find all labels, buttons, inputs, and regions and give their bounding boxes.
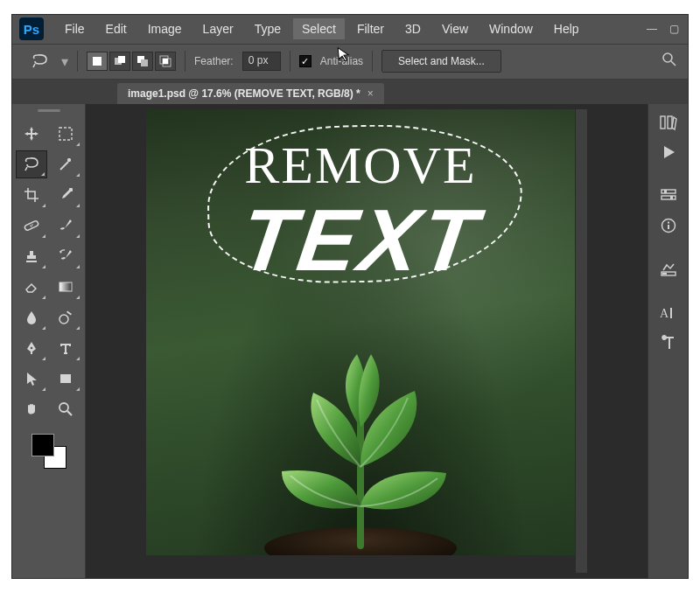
svg-rect-39	[670, 308, 672, 318]
panel-icon-actions[interactable]	[654, 139, 683, 165]
zoom-tool[interactable]	[50, 395, 81, 423]
selection-subtract-button[interactable]	[132, 52, 153, 71]
svg-rect-10	[60, 128, 72, 140]
panel-icon-info[interactable]	[654, 212, 683, 239]
rectangle-tool[interactable]	[50, 365, 81, 393]
color-swatches[interactable]	[30, 432, 68, 470]
selection-new-button[interactable]	[87, 52, 108, 71]
menu-help[interactable]: Help	[545, 18, 588, 39]
svg-rect-19	[66, 310, 72, 315]
menu-type[interactable]: Type	[246, 18, 290, 39]
svg-rect-37	[662, 273, 667, 275]
svg-rect-29	[662, 190, 676, 193]
pen-tool[interactable]	[16, 334, 47, 362]
svg-point-23	[60, 403, 68, 412]
menu-3d[interactable]: 3D	[396, 18, 430, 39]
svg-point-20	[31, 346, 33, 349]
svg-rect-0	[93, 57, 102, 66]
eraser-tool[interactable]	[16, 273, 47, 301]
eyedropper-tool[interactable]	[50, 181, 81, 209]
document-canvas[interactable]: REMOVE TEXT	[146, 109, 575, 555]
menu-window[interactable]: Window	[480, 18, 542, 39]
svg-point-14	[32, 224, 33, 226]
document-tab-title: image1.psd @ 17.6% (REMOVE TEXT, RGB/8) …	[128, 87, 360, 100]
clone-stamp-tool[interactable]	[16, 242, 47, 270]
selection-add-button[interactable]	[109, 52, 130, 71]
foreground-swatch[interactable]	[32, 434, 54, 456]
blur-tool[interactable]	[16, 303, 47, 331]
brush-tool[interactable]	[50, 212, 81, 240]
select-and-mask-button[interactable]: Select and Mask...	[382, 50, 501, 73]
healing-brush-tool[interactable]	[16, 212, 47, 240]
svg-point-8	[663, 53, 672, 62]
panel-icon-character[interactable]: A	[654, 300, 683, 326]
search-icon[interactable]	[662, 52, 677, 71]
svg-rect-7	[163, 59, 168, 64]
photoshop-window: Ps File Edit Image Layer Type Select Fil…	[11, 14, 689, 579]
svg-rect-26	[661, 116, 665, 129]
menu-view[interactable]: View	[433, 18, 477, 39]
svg-rect-22	[60, 374, 71, 383]
menu-filter[interactable]: Filter	[348, 18, 393, 39]
document-tab-bar: image1.psd @ 17.6% (REMOVE TEXT, RGB/8) …	[12, 80, 688, 104]
selection-mode-group	[87, 52, 176, 71]
feather-label: Feather:	[194, 55, 234, 67]
panel-icon-paragraph[interactable]	[654, 330, 683, 356]
app-logo-icon: Ps	[19, 17, 44, 40]
lasso-tool[interactable]	[16, 150, 47, 178]
marquee-tool[interactable]	[50, 120, 81, 148]
selection-intersect-button[interactable]	[155, 52, 176, 71]
panel-icon-properties[interactable]	[654, 183, 683, 209]
vertical-scrollbar[interactable]	[575, 109, 587, 573]
canvas-area: REMOVE TEXT	[86, 104, 648, 578]
svg-rect-34	[668, 225, 669, 229]
anti-alias-checkbox[interactable]: ✓	[299, 55, 312, 67]
hand-tool[interactable]	[16, 395, 47, 423]
menu-file[interactable]: File	[56, 18, 94, 39]
window-controls: — ▢	[641, 20, 688, 38]
svg-rect-11	[69, 188, 73, 192]
canvas-text-line1: REMOVE	[146, 136, 575, 196]
menu-select[interactable]: Select	[293, 18, 345, 39]
menu-layer[interactable]: Layer	[194, 18, 242, 39]
svg-rect-2	[118, 56, 125, 63]
feather-input[interactable]: 0 px	[242, 52, 281, 71]
svg-rect-32	[670, 196, 673, 199]
move-tool[interactable]	[16, 120, 47, 148]
cursor-icon	[337, 45, 353, 65]
svg-line-24	[67, 411, 72, 415]
svg-rect-4	[141, 59, 148, 66]
active-tool-preset-icon[interactable]	[28, 51, 52, 72]
path-select-tool[interactable]	[16, 365, 47, 393]
svg-rect-17	[60, 282, 72, 291]
menu-image[interactable]: Image	[139, 18, 191, 39]
svg-text:A: A	[660, 307, 669, 320]
svg-rect-35	[668, 221, 669, 223]
panel-grip-icon[interactable]	[27, 109, 71, 116]
right-panel-strip: A	[648, 104, 688, 578]
panel-icon-history[interactable]	[654, 109, 683, 136]
svg-marker-28	[664, 146, 675, 158]
svg-rect-30	[662, 196, 676, 199]
svg-point-15	[31, 226, 32, 227]
type-tool[interactable]	[50, 334, 81, 362]
maximize-button[interactable]: ▢	[663, 20, 684, 38]
close-tab-icon[interactable]: ×	[368, 87, 374, 100]
canvas-text-line2: TEXT	[146, 190, 575, 290]
history-brush-tool[interactable]	[50, 242, 81, 270]
document-tab[interactable]: image1.psd @ 17.6% (REMOVE TEXT, RGB/8) …	[117, 83, 384, 104]
menu-bar: Ps File Edit Image Layer Type Select Fil…	[12, 15, 688, 45]
svg-rect-31	[664, 190, 667, 193]
svg-point-18	[60, 315, 68, 324]
minimize-button[interactable]: —	[641, 20, 662, 38]
menu-edit[interactable]: Edit	[97, 18, 136, 39]
magic-wand-tool[interactable]	[50, 150, 81, 178]
dodge-tool[interactable]	[50, 303, 81, 331]
svg-rect-21	[31, 352, 32, 354]
svg-rect-27	[668, 116, 672, 129]
plant-image	[229, 296, 492, 555]
svg-rect-12	[24, 219, 38, 230]
panel-icon-adjustments[interactable]	[654, 256, 683, 282]
crop-tool[interactable]	[16, 181, 47, 209]
gradient-tool[interactable]	[50, 273, 81, 301]
